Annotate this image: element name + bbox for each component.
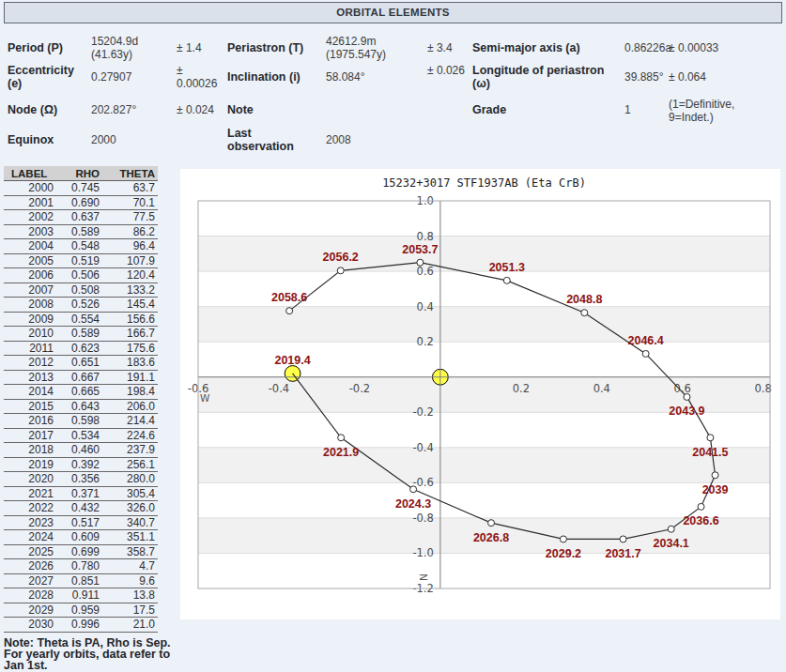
cell-label: 2020 [4,472,57,487]
table-row: 20050.519107.9 [4,253,158,268]
column-header-rho: RHO [57,166,103,181]
table-row: 20110.623175.6 [4,341,158,356]
cell-rho: 0.526 [57,298,103,313]
epoch-label: 2058.6 [271,291,307,304]
cell-rho: 0.356 [57,472,103,487]
cell-rho: 0.589 [57,224,103,239]
grade-hint: (1=Definitive, 9=Indet.) [669,98,779,124]
epoch-label: 2056.2 [323,251,359,264]
grade-label: Grade [472,103,623,116]
cell-rho: 0.699 [57,544,103,559]
plot-band [198,448,770,483]
cell-rho: 0.745 [57,181,103,196]
node-error: ± 0.024 [177,103,225,116]
node-value: 202.827° [91,103,174,116]
epoch-label: 2029.2 [546,547,581,560]
cell-theta: 166.7 [103,327,158,342]
y-tick-label: 0.6 [417,265,434,278]
period-value: 15204.9d (41.63y) [91,35,174,61]
equinox-value: 2000 [91,133,174,146]
cell-rho: 0.996 [57,618,103,633]
epoch-marker [560,536,566,542]
table-row: 20090.554156.6 [4,312,158,327]
table-row: 20220.432326.0 [4,501,158,516]
cell-theta: 17.5 [103,603,158,618]
table-row: 20160.598214.4 [4,414,158,429]
cell-theta: 9.6 [103,573,158,588]
cell-theta: 358.7 [103,544,158,559]
cell-rho: 0.548 [57,239,103,254]
cell-rho: 0.534 [57,428,103,443]
cell-theta: 133.2 [103,283,158,298]
eccentricity-error: ± 0.00026 [177,64,225,90]
cell-rho: 0.851 [57,573,103,588]
epoch-marker [503,277,510,283]
cell-theta: 214.4 [103,414,158,429]
table-row: 20170.534224.6 [4,428,158,443]
column-header-label: LABEL [4,166,57,181]
cell-theta: 4.7 [103,559,158,574]
cell-theta: 107.9 [103,253,158,268]
x-tick-label: 0.4 [593,382,610,395]
cell-label: 2013 [4,370,57,385]
epoch-marker [620,536,626,542]
plot-band [198,237,770,272]
inclination-error: ± 0.026 [427,64,470,77]
ephemeris-table: LABEL RHO THETA 20000.74563.720010.69070… [4,166,158,633]
cell-theta: 326.0 [103,501,158,516]
epoch-marker [712,472,718,479]
y-tick-label: -1.0 [412,546,433,559]
cell-rho: 0.665 [57,385,103,400]
cell-label: 2027 [4,573,57,588]
cell-label: 2024 [4,530,57,545]
x-tick-label: -0.2 [349,382,370,395]
cell-theta: 183.6 [103,356,158,371]
longitude-of-periastron-error: ± 0.064 [669,70,779,84]
semi-major-axis-error: ± 0.00033 [669,41,779,54]
table-row: 20230.517340.7 [4,515,158,530]
cell-theta: 120.4 [103,268,158,283]
cell-label: 2011 [4,341,57,356]
cell-theta: 175.6 [103,341,158,356]
periastron-value-mjd: 42612.9m [326,35,376,48]
epoch-marker [707,435,714,441]
cell-theta: 237.9 [103,443,158,458]
cell-rho: 0.609 [57,530,103,545]
table-row: 20080.526145.4 [4,298,158,313]
cell-rho: 0.911 [57,588,103,603]
table-row: 20070.508133.2 [4,283,158,298]
epoch-label: 2041.5 [692,446,728,459]
epoch-label: 2026.8 [473,531,509,544]
cell-theta: 280.0 [103,472,158,487]
orbital-elements-header: ORBITAL ELEMENTS [4,2,782,23]
table-row: 20280.91113.8 [4,588,158,603]
cell-rho: 0.589 [57,327,103,342]
epoch-marker [410,486,417,493]
epoch-label: 2043.9 [669,405,704,418]
table-row: 20150.643206.0 [4,399,158,414]
cell-theta: 96.4 [103,239,158,254]
cell-rho: 0.690 [57,195,103,210]
epoch-marker [286,308,293,314]
periastron-value-years: (1975.547y) [326,48,386,61]
periastron-value: 42612.9m (1975.547y) [326,35,425,61]
semi-major-axis-label: Semi-major axis (a) [472,41,623,54]
column-header-theta: THETA [103,166,158,181]
cell-theta: 156.6 [103,312,158,327]
cell-label: 2014 [4,385,57,400]
orbit-plot: 1.00.80.60.40.2-0.2-0.4-0.6-0.8-1.0-1.2-… [180,169,780,619]
table-row: 20290.95917.5 [4,603,158,618]
period-error: ± 1.4 [177,41,225,54]
cell-theta: 256.1 [103,457,158,472]
semi-major-axis-value: 0.86226a [624,41,668,54]
cell-label: 2019 [4,457,57,472]
table-row: 20000.74563.7 [4,181,158,196]
cell-rho: 0.432 [57,501,103,516]
cell-rho: 0.392 [57,457,103,472]
x-tick-label: 0.2 [513,382,530,395]
epoch-marker [684,393,690,400]
table-row: 20240.609351.1 [4,530,158,545]
cell-label: 2001 [4,195,57,210]
epoch-marker [581,310,588,316]
x-tick-label: 0.8 [755,382,772,395]
